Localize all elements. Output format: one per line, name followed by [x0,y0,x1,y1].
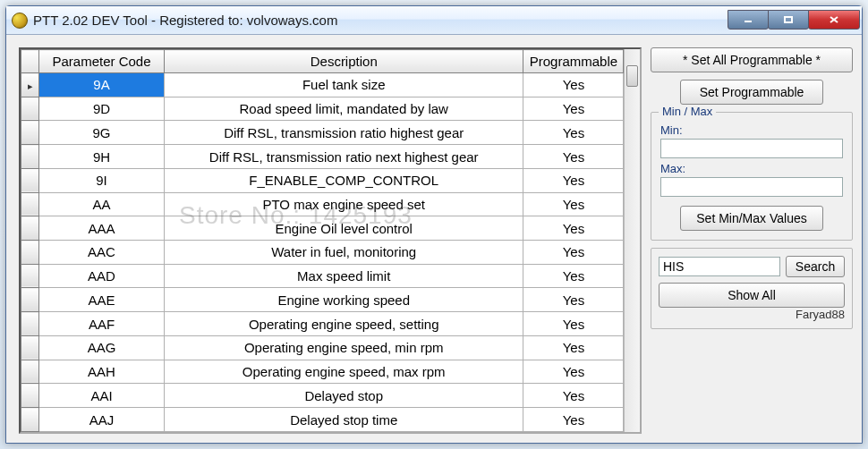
cell-code[interactable]: AAE [39,288,165,312]
search-button[interactable]: Search [786,256,845,277]
cell-desc[interactable]: Operating engine speed, min rpm [165,335,523,360]
cell-desc[interactable]: Operating engine speed, setting [165,312,523,336]
table-row[interactable]: AAGOperating engine speed, min rpmYes [21,335,624,360]
table-row[interactable]: AAJDelayed stop timeYes [21,408,624,432]
table-row[interactable]: AAIDelayed stopYes [21,384,624,408]
cell-desc[interactable]: Fuel tank size [165,73,523,97]
cell-code[interactable]: AAI [39,384,165,408]
table-row[interactable]: 9HDiff RSL, transmission ratio next high… [21,145,624,169]
cell-prog[interactable]: Yes [523,384,624,408]
minmax-group: Min / Max Min: Max: Set Min/Max Values [651,112,853,241]
cell-prog[interactable]: Yes [523,335,624,360]
max-label: Max: [660,162,843,175]
cell-code[interactable]: AAA [39,216,165,241]
cell-desc[interactable]: Diff RSL, transmission ratio next highes… [165,145,523,169]
row-header[interactable] [21,97,39,121]
cell-prog[interactable]: Yes [523,97,624,121]
author-credit: Faryad88 [659,308,845,321]
set-programmable-button[interactable]: Set Programmable [680,80,823,105]
cell-code[interactable]: 9G [39,121,165,145]
app-icon [12,13,28,29]
cell-prog[interactable]: Yes [523,168,624,192]
max-input[interactable] [660,177,843,197]
cell-desc[interactable]: F_ENABLE_COMP_CONTROL [165,168,523,192]
row-header[interactable] [21,360,39,384]
cell-code[interactable]: AAH [39,360,165,384]
row-header[interactable] [21,241,39,265]
cell-code[interactable]: AAJ [39,408,165,432]
cell-prog[interactable]: Yes [523,288,624,312]
table-row[interactable]: AADMax speed limitYes [21,264,624,288]
table-row[interactable]: AAEEngine working speedYes [21,288,624,312]
table-row[interactable]: 9IF_ENABLE_COMP_CONTROLYes [21,168,624,192]
row-header[interactable] [21,192,39,216]
cell-prog[interactable]: Yes [523,264,624,288]
cell-code[interactable]: 9H [39,145,165,169]
main-window: PTT 2.02 DEV Tool - Registered to: volvo… [5,5,863,444]
row-header[interactable] [21,216,39,241]
cell-code[interactable]: AAC [39,241,165,265]
maximize-button[interactable] [768,10,809,30]
cell-desc[interactable]: Water in fuel, monitoring [165,241,523,265]
cell-desc[interactable]: Operating engine speed, max rpm [165,360,523,384]
cell-code[interactable]: 9I [39,168,165,192]
show-all-button[interactable]: Show All [659,283,845,308]
search-input[interactable] [659,257,780,276]
grid-scrollbar[interactable] [624,49,640,432]
table-row[interactable]: 9GDiff RSL, transmission ratio highest g… [21,121,624,145]
min-input[interactable] [660,139,843,158]
table-row[interactable]: AACWater in fuel, monitoringYes [21,241,624,265]
row-header[interactable] [21,288,39,312]
cell-desc[interactable]: Road speed limit, mandated by law [165,97,523,121]
cell-code[interactable]: 9A [39,73,165,97]
minimize-button[interactable] [728,10,769,30]
table-row[interactable]: 9AFuel tank sizeYes [21,73,624,97]
row-header[interactable] [21,312,39,336]
row-header[interactable] [21,168,39,192]
set-all-programmable-button[interactable]: * Set All Programmable * [651,47,853,72]
table-row[interactable]: AAAEngine Oil level controlYes [21,216,624,241]
cell-prog[interactable]: Yes [523,121,624,145]
cell-prog[interactable]: Yes [523,312,624,336]
cell-desc[interactable]: Engine Oil level control [165,216,523,241]
cell-prog[interactable]: Yes [523,360,624,384]
cell-desc[interactable]: Delayed stop [165,384,523,408]
col-header-code[interactable]: Parameter Code [39,50,165,73]
cell-prog[interactable]: Yes [523,241,624,265]
table-row[interactable]: AAHOperating engine speed, max rpmYes [21,360,624,384]
cell-desc[interactable]: Max speed limit [165,264,523,288]
row-header[interactable] [21,408,39,432]
set-minmax-button[interactable]: Set Min/Max Values [680,206,823,231]
scrollbar-thumb[interactable] [626,65,638,87]
cell-desc[interactable]: Diff RSL, transmission ratio highest gea… [165,121,523,145]
cell-prog[interactable]: Yes [523,145,624,169]
cell-code[interactable]: AA [39,192,165,216]
table-row[interactable]: AAFOperating engine speed, settingYes [21,312,624,336]
parameter-grid[interactable]: Parameter Code Description Programmable … [19,47,642,434]
titlebar[interactable]: PTT 2.02 DEV Tool - Registered to: volvo… [6,6,862,35]
cell-code[interactable]: 9D [39,97,165,121]
cell-prog[interactable]: Yes [523,408,624,432]
cell-desc[interactable]: PTO max engine speed set [165,192,523,216]
row-header[interactable] [21,145,39,169]
cell-prog[interactable]: Yes [523,73,624,97]
col-header-desc[interactable]: Description [165,50,523,73]
table-row[interactable]: 9DRoad speed limit, mandated by lawYes [21,97,624,121]
row-header[interactable] [21,335,39,360]
parameter-table[interactable]: Parameter Code Description Programmable … [21,49,624,432]
cell-code[interactable]: AAD [39,264,165,288]
cell-code[interactable]: AAF [39,312,165,336]
col-header-prog[interactable]: Programmable [523,50,624,73]
close-button[interactable] [808,10,860,30]
row-header[interactable] [21,264,39,288]
cell-prog[interactable]: Yes [523,192,624,216]
table-row[interactable]: AAPTO max engine speed setYes [21,192,624,216]
cell-prog[interactable]: Yes [523,216,624,241]
row-header[interactable] [21,73,39,97]
row-header[interactable] [21,121,39,145]
cell-desc[interactable]: Engine working speed [165,288,523,312]
row-header[interactable] [21,384,39,408]
cell-desc[interactable]: Delayed stop time [165,408,523,432]
cell-code[interactable]: AAG [39,335,165,360]
side-panel: * Set All Programmable * Set Programmabl… [651,47,853,434]
